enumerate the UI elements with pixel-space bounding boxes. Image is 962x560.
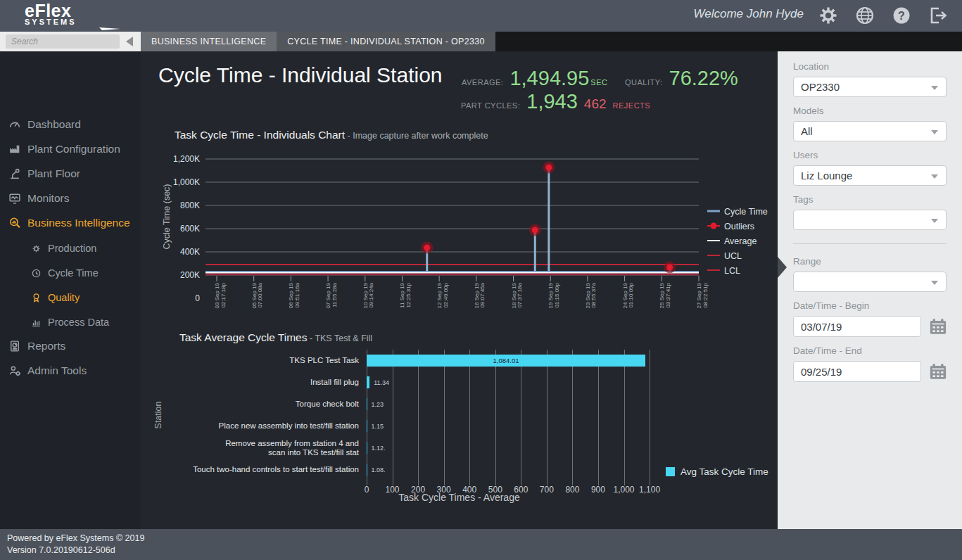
- welcome-text: Welcome John Hyde: [693, 7, 804, 21]
- average-cycle-times-block: Task Average Cycle TimesTKS Test & Fill …: [153, 326, 773, 516]
- monitor-icon: [8, 192, 21, 205]
- calendar-icon[interactable]: [930, 362, 947, 381]
- tab-cycle-time-individual-station[interactable]: CYCLE TIME - INDIVIDUAL STATION - OP2330: [277, 32, 495, 51]
- tab-label: CYCLE TIME - INDIVIDUAL STATION - OP2330: [287, 37, 484, 46]
- bar-category-label: Place new assembly into test/fill statio…: [153, 415, 359, 437]
- bar-row: 1.08.: [367, 459, 676, 481]
- avg-task-legend: Avg Task Cycle Time: [666, 466, 768, 477]
- chevron-down-icon: [931, 174, 938, 179]
- location-select[interactable]: OP2330: [793, 77, 947, 97]
- individuals-chart: Cycle Time (sec)200K400K600K800K1,000K1,…: [162, 150, 781, 315]
- users-select[interactable]: Liz Lounge: [793, 165, 947, 186]
- calendar-icon[interactable]: [930, 317, 947, 336]
- sidebar-item-label: Plant Floor: [27, 167, 80, 180]
- average-unit: SEC: [590, 78, 607, 87]
- sidebar-item-process-data[interactable]: Process Data: [31, 313, 109, 331]
- datetime-begin-label: Date/Time - Begin: [793, 300, 947, 311]
- avg-task-bar-chart: TKS PLC Test TaskInstall fill plugTorque…: [153, 350, 688, 481]
- models-value: All: [801, 125, 813, 137]
- sidebar-item-cycle-time[interactable]: Cycle Time: [31, 264, 99, 282]
- chart-subtitle-text: TKS Test & Fill: [307, 333, 372, 343]
- globe-language-icon[interactable]: [855, 6, 875, 25]
- x-tick-label: 1,000: [613, 485, 634, 495]
- bar-chart-icon: [31, 317, 42, 328]
- bar-category-line: Torque check bolt: [296, 400, 359, 409]
- bar-category-labels: TKS PLC Test TaskInstall fill plugTorque…: [153, 350, 359, 481]
- datetime-end-input[interactable]: [793, 361, 921, 382]
- logo-line2: SYSTEMS: [25, 18, 77, 26]
- bar: [367, 376, 369, 388]
- average-label: AVERAGE:: [462, 78, 503, 87]
- tags-filter: Tags: [793, 194, 947, 230]
- legend-label: Avg Task Cycle Time: [681, 466, 768, 477]
- bar-value-label: 11.34: [374, 379, 389, 386]
- location-value: OP2330: [801, 81, 840, 93]
- sidebar-item-plant-configuration[interactable]: Plant Configuration: [8, 140, 120, 158]
- y-tick-label: 1,000K: [173, 177, 200, 187]
- x-tick-time: 03:37:41p: [665, 282, 671, 307]
- tags-select[interactable]: [793, 210, 947, 230]
- sidebar-item-monitors[interactable]: Monitors: [8, 189, 69, 208]
- sidebar-item-admin-tools[interactable]: Admin Tools: [8, 362, 87, 380]
- tab-business-intelligence[interactable]: BUSINESS INTELLIGENCE: [141, 32, 277, 51]
- sidebar-item-dashboard[interactable]: Dashboard: [8, 115, 81, 134]
- production-gear-icon: [31, 243, 42, 254]
- page-title: Cycle Time - Individual Station: [158, 63, 443, 87]
- datetime-begin-input[interactable]: [793, 316, 921, 337]
- footer-powered-by: Powered by eFlex Systems © 2019: [7, 533, 955, 545]
- users-value: Liz Lounge: [801, 170, 852, 182]
- left-sidebar: Dashboard Plant Configuration Plant Floo…: [0, 51, 141, 529]
- sidebar-item-production[interactable]: Production: [31, 239, 96, 257]
- settings-gear-icon[interactable]: [818, 6, 838, 25]
- sidebar-item-business-intelligence[interactable]: Business Intelligence: [8, 214, 130, 232]
- report-document-icon: [8, 340, 21, 352]
- x-tick-label: 03 Sep 1902:17:18p: [214, 282, 227, 308]
- x-tick-time: 09:07:45a: [479, 282, 486, 307]
- models-select[interactable]: All: [793, 121, 947, 141]
- bar-category-line: Install fill plug: [310, 378, 359, 387]
- x-tick-label: 24 Sep 1901:10:09p: [622, 282, 635, 308]
- x-tick-label: 12 Sep 1902:49:00p: [436, 282, 449, 308]
- legend-swatch: [666, 467, 675, 476]
- x-tick-time: 01:15:09p: [554, 282, 560, 307]
- sidebar-item-label: Admin Tools: [27, 364, 87, 377]
- sidebar-collapse-icon[interactable]: [126, 37, 133, 46]
- x-tick-label: 18 Sep 1907:37:18a: [511, 282, 524, 308]
- help-icon[interactable]: ?: [892, 6, 911, 25]
- x-tick-time: 07:00:08a: [257, 282, 263, 307]
- bar-value-label: 1.15: [371, 423, 384, 430]
- sidebar-item-reports[interactable]: Reports: [8, 337, 65, 355]
- average-stat: AVERAGE: 1,494.95 SEC: [462, 67, 607, 90]
- rejects-value: 462: [584, 96, 607, 112]
- bar-x-axis-title: Task Cycle Times - Average: [314, 492, 605, 503]
- individuals-chart-title: Task Cycle Time - Individuals ChartImage…: [175, 129, 488, 141]
- legend-dot: [711, 223, 717, 229]
- logo-swoosh-icon: [92, 20, 120, 32]
- bar-category-line: TKS PLC Test Task: [289, 356, 359, 365]
- y-tick-label: 800K: [180, 201, 200, 210]
- y-tick-label: 0: [195, 293, 200, 303]
- factory-icon: [8, 143, 21, 155]
- panel-collapse-arrow[interactable]: [778, 257, 787, 278]
- bar-category-label: Touch two-hand controls to start test/fi…: [153, 459, 359, 481]
- x-tick-label: 06 Sep 1909:51:16a: [288, 282, 300, 308]
- chart-subtitle-text: Image capture after work complete: [345, 131, 488, 141]
- search-input[interactable]: [6, 34, 120, 49]
- x-tick-label: 10 Sep 1909:14:24a: [362, 282, 375, 308]
- range-select[interactable]: [793, 272, 947, 292]
- app-window: eFlex SYSTEMS Welcome John Hyde: [0, 0, 962, 560]
- logout-icon[interactable]: [928, 6, 948, 25]
- legend-label: Cycle Time: [724, 207, 768, 217]
- award-ribbon-icon: [31, 293, 42, 303]
- bar-value-label: 1.08.: [371, 466, 385, 473]
- average-value: 1,494.95: [510, 67, 589, 90]
- bar-category-label: Remove assembly from station 4 andscan i…: [153, 437, 359, 459]
- sidebar-item-plant-floor[interactable]: Plant Floor: [8, 165, 80, 183]
- outlier-dot: [666, 264, 673, 270]
- sidebar-item-quality[interactable]: Quality: [31, 288, 80, 307]
- sidebar-item-label: Process Data: [48, 317, 109, 328]
- x-tick-label: 27 Sep 1908:22:51p: [696, 282, 709, 308]
- tags-label: Tags: [793, 194, 947, 205]
- sidebar-item-label: Production: [48, 243, 96, 254]
- footer-bar: Powered by eFlex Systems © 2019 Version …: [0, 529, 962, 560]
